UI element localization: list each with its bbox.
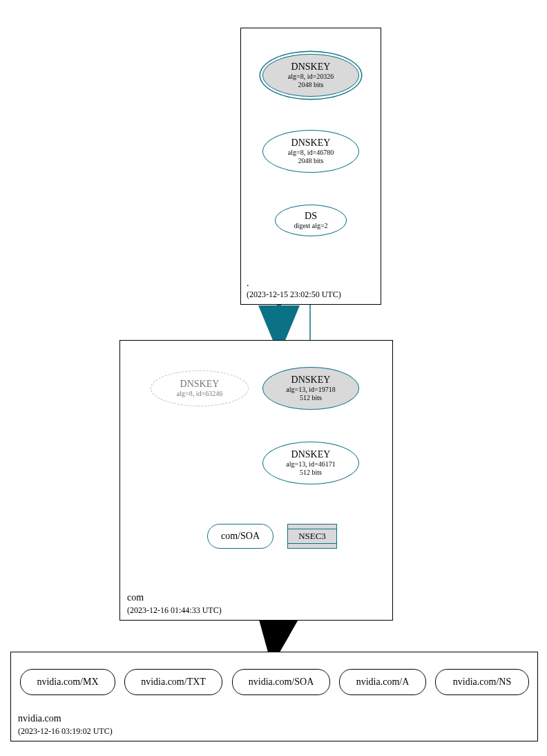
node-root-ksk: DNSKEY alg=8, id=20326 2048 bits [262,54,359,97]
node-sub: alg=13, id=19718 [286,386,335,394]
node-com-dnskey-old: DNSKEY alg=8, id=63246 [151,370,249,406]
node-label: nvidia.com/NS [453,677,511,688]
zone-root-label: . [247,278,249,289]
node-sub2: 512 bits [300,469,322,477]
node-label: nvidia.com/TXT [141,677,206,688]
node-nvidia-txt: nvidia.com/TXT [124,669,222,695]
node-sub: alg=13, id=46171 [286,460,335,469]
node-title: DNSKEY [291,375,331,386]
node-nvidia-soa: nvidia.com/SOA [232,669,330,695]
node-title: DNSKEY [291,449,331,461]
node-root-zsk: DNSKEY alg=8, id=46780 2048 bits [262,130,359,173]
node-sub2: 2048 bits [298,157,324,165]
node-nvidia-ns: nvidia.com/NS [435,669,529,695]
node-sub: alg=8, id=63246 [177,390,222,398]
node-sub: digest alg=2 [294,222,327,230]
zone-com-label: com [127,592,144,603]
node-label: nvidia.com/A [356,677,410,688]
node-label: nvidia.com/MX [37,677,98,688]
node-root-ds: DS digest alg=2 [275,205,347,236]
zone-com-date: (2023-12-16 01:44:33 UTC) [127,605,222,616]
node-com-ksk: DNSKEY alg=13, id=19718 512 bits [262,367,359,410]
node-title: DNSKEY [291,138,331,149]
nsec3-label: NSEC3 [288,529,336,544]
node-nvidia-a: nvidia.com/A [339,669,426,695]
node-title: DNSKEY [180,379,220,390]
node-sub2: 512 bits [300,394,322,402]
node-nsec3: NSEC3 [287,524,337,549]
node-label: nvidia.com/SOA [249,677,314,688]
zone-nvidia-label: nvidia.com [18,713,61,724]
zone-root-date: (2023-12-15 23:02:50 UTC) [247,290,341,300]
node-title: DNSKEY [291,62,331,73]
node-sub: alg=8, id=20326 [288,73,334,81]
node-com-zsk: DNSKEY alg=13, id=46171 512 bits [262,442,359,484]
zone-nvidia: nvidia.com (2023-12-16 03:19:02 UTC) [10,652,538,741]
node-sub2: 2048 bits [298,81,324,89]
node-title: DS [305,211,317,223]
node-sub: alg=8, id=46780 [288,149,334,157]
node-com-soa: com/SOA [207,524,274,549]
svg-line-6 [275,619,278,641]
node-nvidia-mx: nvidia.com/MX [20,669,115,695]
zone-nvidia-date: (2023-12-16 03:19:02 UTC) [18,726,113,737]
node-label: com/SOA [221,531,260,542]
